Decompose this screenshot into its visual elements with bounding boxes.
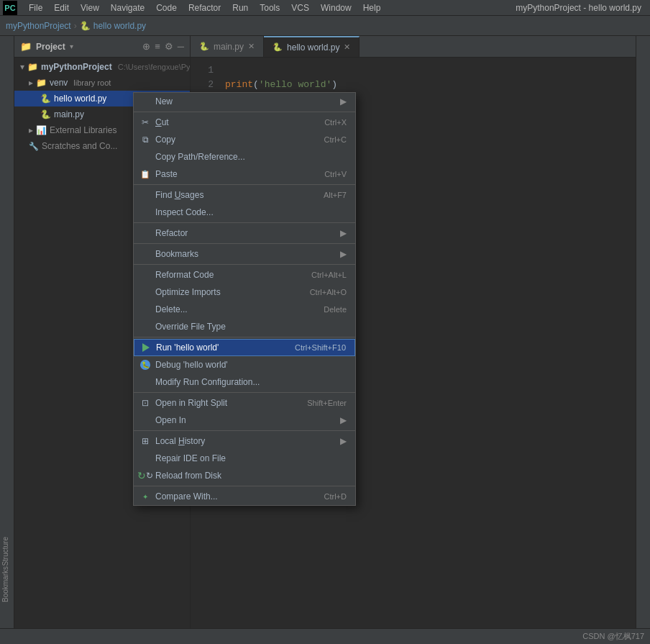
menu-refactor[interactable]: Refactor — [183, 1, 226, 14]
ctx-repair-ide[interactable]: Repair IDE on File — [134, 450, 355, 467]
panel-title: Project — [36, 42, 65, 52]
menu-vcs[interactable]: VCS — [285, 1, 315, 14]
ctx-new-arrow: ▶ — [340, 96, 347, 106]
panel-minimize-icon[interactable]: ─ — [178, 41, 184, 52]
ctx-optimize-icon — [139, 286, 151, 298]
menu-window[interactable]: Window — [315, 1, 357, 14]
ctx-reformat[interactable]: Reformat Code Ctrl+Alt+L — [134, 266, 355, 284]
panel-settings-icon[interactable]: ⚙ — [165, 41, 173, 52]
paste-icon — [139, 168, 151, 180]
tab-main-py[interactable]: 🐍 main.py ✕ — [191, 36, 264, 57]
panel-icons: ⊕ ≡ ⚙ ─ — [142, 41, 184, 52]
ctx-modify-run[interactable]: Modify Run Configuration... — [134, 373, 355, 391]
panel-chevron-icon[interactable]: ▾ — [70, 42, 73, 50]
ctx-open-in-arrow: ▶ — [340, 415, 347, 425]
ctx-override-label: Override File Type — [155, 322, 347, 332]
menu-navigate[interactable]: Navigate — [105, 1, 150, 14]
ctx-open-split[interactable]: Open in Right Split Shift+Enter — [134, 394, 355, 412]
ctx-sep-7 — [134, 392, 355, 393]
ctx-run-shortcut: Ctrl+Shift+F10 — [295, 343, 346, 352]
menu-code[interactable]: Code — [150, 1, 183, 14]
code-line-2: print('hello world') — [225, 78, 636, 92]
ctx-reformat-label: Reformat Code — [155, 270, 307, 280]
panel-sync-icon[interactable]: ⊕ — [142, 41, 150, 52]
ctx-paste-shortcut: Ctrl+V — [324, 170, 347, 178]
ctx-find-label: Find Usages — [155, 190, 319, 200]
tab-bookmarks[interactable]: Bookmarks — [0, 561, 11, 608]
ctx-sep-5 — [134, 264, 355, 265]
tab-project[interactable] — [6, 39, 9, 50]
menu-view[interactable]: View — [75, 1, 105, 14]
ctx-copy-shortcut: Ctrl+C — [324, 135, 347, 144]
debug-icon: 🐛 — [139, 359, 151, 371]
ctx-paste[interactable]: Paste Ctrl+V — [134, 165, 355, 183]
ctx-bookmarks-icon — [139, 248, 151, 260]
ctx-open-in-icon — [139, 414, 151, 426]
menu-bar: PC File Edit View Navigate Code Refactor… — [0, 0, 650, 16]
ctx-copy-label: Copy — [155, 135, 320, 145]
history-icon — [139, 435, 151, 447]
ctx-copy[interactable]: Copy Ctrl+C — [134, 131, 355, 148]
watermark: CSDN @忆枫717 — [582, 631, 644, 642]
ctx-local-history-label: Local History — [155, 436, 336, 446]
breadcrumb-file[interactable]: 🐍 hello world.py — [80, 21, 146, 31]
menu-tools[interactable]: Tools — [254, 1, 285, 14]
menu-file[interactable]: File — [23, 1, 48, 14]
reload-icon: ↻ — [139, 470, 151, 481]
ctx-delete[interactable]: Delete... Delete — [134, 301, 355, 318]
ctx-new-icon — [139, 96, 151, 107]
ctx-compare-shortcut: Ctrl+D — [324, 492, 347, 501]
run-icon — [140, 342, 152, 353]
copy-icon — [139, 134, 151, 145]
code-line-1 — [225, 63, 636, 78]
ctx-open-split-label: Open in Right Split — [155, 398, 303, 408]
ctx-compare[interactable]: Compare With... Ctrl+D — [134, 488, 355, 505]
app-title: myPythonProject - hello world.py — [516, 3, 647, 13]
ctx-sep-1 — [134, 112, 355, 112]
ctx-find-icon — [139, 189, 151, 201]
ctx-refactor-arrow: ▶ — [340, 228, 347, 238]
ctx-run[interactable]: Run 'hello world' Ctrl+Shift+F10 — [134, 339, 355, 356]
ctx-reload-label: Reload from Disk — [155, 471, 347, 481]
ctx-override-icon — [139, 321, 151, 332]
ctx-debug[interactable]: 🐛 Debug 'hello world' — [134, 356, 355, 373]
tree-root[interactable]: ▾ 📁 myPythonProject C:\Users\fengxue\Pyc… — [14, 59, 190, 75]
ctx-find-usages[interactable]: Find Usages Alt+F7 — [134, 186, 355, 204]
ctx-override[interactable]: Override File Type — [134, 318, 355, 335]
ctx-copy-path[interactable]: Copy Path/Reference... — [134, 148, 355, 165]
ctx-delete-label: Delete... — [155, 304, 319, 314]
tab-hello-world[interactable]: 🐍 hello world.py ✕ — [264, 36, 360, 57]
menu-help[interactable]: Help — [357, 1, 387, 14]
ctx-inspect[interactable]: Inspect Code... — [134, 204, 355, 221]
ctx-local-history[interactable]: Local History ▶ — [134, 432, 355, 450]
right-sidebar — [636, 36, 650, 644]
ctx-copy-path-label: Copy Path/Reference... — [155, 152, 347, 162]
ctx-cut-label: Cut — [155, 117, 320, 127]
ctx-sep-3 — [134, 222, 355, 223]
panel-collapse-icon[interactable]: ≡ — [155, 41, 160, 52]
ctx-open-in[interactable]: Open In ▶ — [134, 412, 355, 429]
ctx-repair-label: Repair IDE on File — [155, 453, 347, 463]
ctx-sep-2 — [134, 184, 355, 185]
tree-venv[interactable]: ▸ 📁 venv library root — [14, 75, 190, 91]
ctx-refactor[interactable]: Refactor ▶ — [134, 225, 355, 242]
ctx-sep-6 — [134, 337, 355, 337]
ctx-new[interactable]: New ▶ — [134, 93, 355, 110]
ctx-optimize-shortcut: Ctrl+Alt+O — [310, 288, 347, 296]
ctx-optimize-label: Optimize Imports — [155, 287, 306, 297]
ctx-cut[interactable]: Cut Ctrl+X — [134, 114, 355, 131]
ctx-debug-label: Debug 'hello world' — [155, 360, 347, 370]
tab-main-close[interactable]: ✕ — [248, 42, 255, 51]
menu-run[interactable]: Run — [226, 1, 254, 14]
ctx-reload-disk[interactable]: ↻ Reload from Disk — [134, 467, 355, 484]
ctx-optimize[interactable]: Optimize Imports Ctrl+Alt+O — [134, 284, 355, 301]
ctx-inspect-icon — [139, 207, 151, 218]
ctx-modify-icon — [139, 376, 151, 388]
menu-edit[interactable]: Edit — [48, 1, 75, 14]
split-icon — [139, 397, 151, 409]
breadcrumb-project[interactable]: myPythonProject — [6, 21, 71, 31]
tab-hello-close[interactable]: ✕ — [344, 42, 350, 52]
ctx-bookmarks[interactable]: Bookmarks ▶ — [134, 245, 355, 263]
ctx-new-label: New — [155, 96, 336, 106]
ctx-sep-4 — [134, 243, 355, 244]
